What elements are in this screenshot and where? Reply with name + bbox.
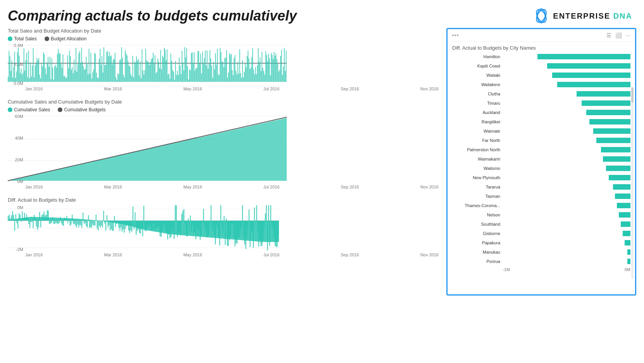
svg-rect-168: [157, 59, 158, 82]
svg-rect-295: [276, 54, 276, 82]
svg-rect-127: [119, 60, 120, 82]
svg-rect-508: [215, 221, 216, 244]
svg-rect-496: [202, 221, 203, 223]
bar-label: Southland: [452, 222, 503, 226]
bar-track: [503, 193, 630, 200]
chart1-legend: Total Sales Budget Allocation: [8, 36, 439, 41]
svg-rect-68: [64, 76, 65, 82]
svg-rect-436: [137, 221, 138, 231]
svg-rect-52: [50, 57, 50, 82]
scrollbar-thumb[interactable]: [631, 87, 634, 103]
svg-rect-485: [190, 216, 191, 221]
chart2-y-labels: 60M 40M 20M 0M: [8, 114, 23, 184]
more-icon[interactable]: ···: [626, 32, 630, 38]
expand-icon[interactable]: ⬜: [615, 32, 622, 38]
svg-rect-66: [63, 54, 64, 82]
svg-rect-106: [100, 49, 101, 82]
svg-rect-511: [218, 221, 219, 237]
panel-dot-1: [452, 35, 454, 36]
svg-rect-505: [212, 221, 212, 232]
svg-rect-490: [195, 221, 196, 239]
svg-rect-293: [274, 52, 274, 82]
svg-rect-254: [238, 62, 238, 82]
svg-rect-339: [32, 221, 33, 222]
svg-rect-347: [40, 221, 41, 227]
svg-rect-192: [180, 66, 181, 82]
bar-row: New Plymouth: [452, 173, 630, 182]
svg-rect-219: [205, 50, 206, 82]
bar-label: Waimate: [452, 129, 503, 133]
page-title: Comparing actuals to budgets cumulativel…: [8, 8, 297, 24]
svg-rect-388: [85, 221, 86, 223]
svg-rect-85: [80, 63, 81, 82]
svg-rect-404: [102, 221, 103, 228]
svg-rect-396: [93, 221, 94, 226]
svg-rect-115: [108, 56, 109, 82]
svg-rect-116: [109, 52, 110, 82]
right-panel-title: Diff. Actual to Budgets by City Names: [448, 42, 635, 52]
svg-rect-299: [279, 70, 280, 82]
bar-fill: [537, 54, 630, 59]
svg-rect-452: [154, 221, 155, 231]
svg-rect-33: [32, 65, 33, 82]
svg-rect-504: [211, 205, 212, 221]
bar-track: [503, 146, 630, 153]
svg-rect-550: [260, 221, 261, 246]
svg-rect-158: [148, 62, 149, 82]
svg-rect-65: [62, 68, 62, 82]
svg-rect-63: [60, 54, 60, 82]
svg-rect-90: [85, 69, 86, 82]
svg-rect-173: [162, 56, 163, 82]
svg-rect-387: [84, 221, 84, 224]
svg-rect-102: [96, 73, 97, 82]
bar-fill: [619, 212, 630, 218]
chart2-legend-budgets: Cumulative Budgets: [58, 107, 105, 112]
svg-rect-430: [130, 221, 131, 230]
svg-rect-57: [54, 66, 55, 82]
bar-fill: [623, 231, 630, 236]
svg-rect-557: [268, 205, 269, 221]
svg-rect-545: [255, 221, 256, 223]
svg-rect-552: [263, 221, 263, 239]
svg-rect-71: [67, 55, 68, 82]
svg-rect-435: [136, 221, 136, 235]
cum-budget-dot: [58, 107, 62, 112]
chart3-section: Diff. Actual to Budgets by Date 0M -2M: [8, 197, 439, 257]
svg-rect-31: [30, 63, 31, 82]
svg-rect-195: [183, 62, 183, 82]
svg-rect-180: [169, 73, 169, 82]
bar-track: [503, 211, 630, 218]
svg-rect-122: [115, 53, 115, 82]
svg-rect-263: [246, 67, 246, 82]
bar-track: [503, 165, 630, 172]
bar-fill: [615, 194, 630, 199]
svg-rect-104: [98, 78, 99, 82]
svg-rect-207: [194, 52, 195, 82]
svg-rect-292: [273, 59, 274, 82]
svg-rect-256: [239, 49, 240, 82]
svg-rect-221: [207, 50, 208, 82]
bar-track: [503, 156, 630, 162]
svg-rect-296: [277, 59, 277, 82]
hamburger-icon[interactable]: ☰: [606, 32, 611, 38]
svg-rect-196: [184, 70, 184, 82]
bar-row: Far North: [452, 136, 630, 145]
bar-row: Clutha: [452, 90, 630, 98]
bar-track: [503, 230, 630, 237]
bar-label: Auckland: [452, 110, 503, 115]
chart1-svg-area: // Generate bar chart bars inline via JS…: [8, 43, 287, 86]
svg-rect-282: [263, 71, 264, 82]
svg-rect-146: [137, 60, 138, 82]
svg-rect-512: [219, 221, 220, 245]
svg-rect-394: [91, 221, 92, 228]
bar-row: Manukau: [452, 248, 630, 256]
svg-rect-222: [208, 69, 208, 82]
svg-rect-382: [78, 221, 79, 227]
bar-track: [503, 90, 630, 97]
svg-rect-191: [179, 57, 180, 82]
svg-rect-171: [160, 50, 161, 82]
svg-rect-393: [90, 221, 91, 227]
scrollbar-right[interactable]: [631, 87, 634, 279]
chart2-title: Cumulative Sales and Cumulative Budgets …: [8, 99, 439, 105]
svg-rect-277: [259, 62, 260, 82]
